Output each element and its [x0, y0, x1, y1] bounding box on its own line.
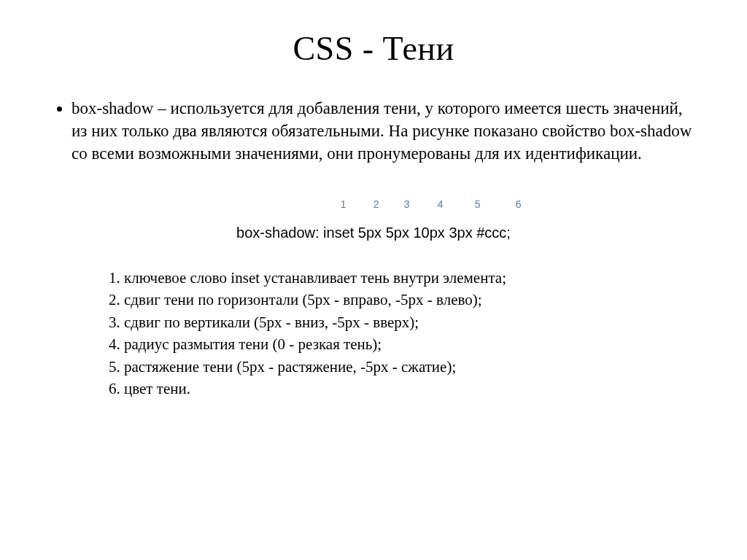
annotation-numbers: 123456 [206, 187, 540, 222]
num-6: 6 [497, 198, 541, 210]
legend-item-3: сдвиг по вертикали (5px - вниз, -5px - в… [124, 312, 696, 332]
legend-item-6: цвет тени. [124, 378, 696, 399]
num-4: 4 [422, 198, 459, 210]
main-bullet-list: box-shadow – используется для добавления… [51, 97, 696, 165]
legend-item-4: радиус размытия тени (0 - резкая тень); [124, 334, 696, 354]
num-3: 3 [392, 198, 422, 210]
legend-item-2: сдвиг тени по горизонтали (5px - вправо,… [124, 289, 696, 310]
slide: CSS - Тени box-shadow – используется для… [0, 0, 747, 560]
code-figure: 123456 box-shadow: inset 5px 5px 10px 3p… [51, 187, 696, 241]
main-bullet: box-shadow – используется для добавления… [71, 97, 696, 165]
num-5: 5 [459, 198, 497, 210]
legend-list: ключевое слово inset устанавливает тень … [95, 268, 696, 399]
legend-item-1: ключевое слово inset устанавливает тень … [124, 268, 696, 288]
slide-title: CSS - Тени [51, 29, 696, 68]
num-2: 2 [361, 198, 392, 210]
legend-item-5: растяжение тени (5px - растяжение, -5px … [124, 357, 696, 377]
num-1: 1 [326, 198, 361, 210]
code-line: box-shadow: inset 5px 5px 10px 3px #ccc; [236, 225, 511, 241]
